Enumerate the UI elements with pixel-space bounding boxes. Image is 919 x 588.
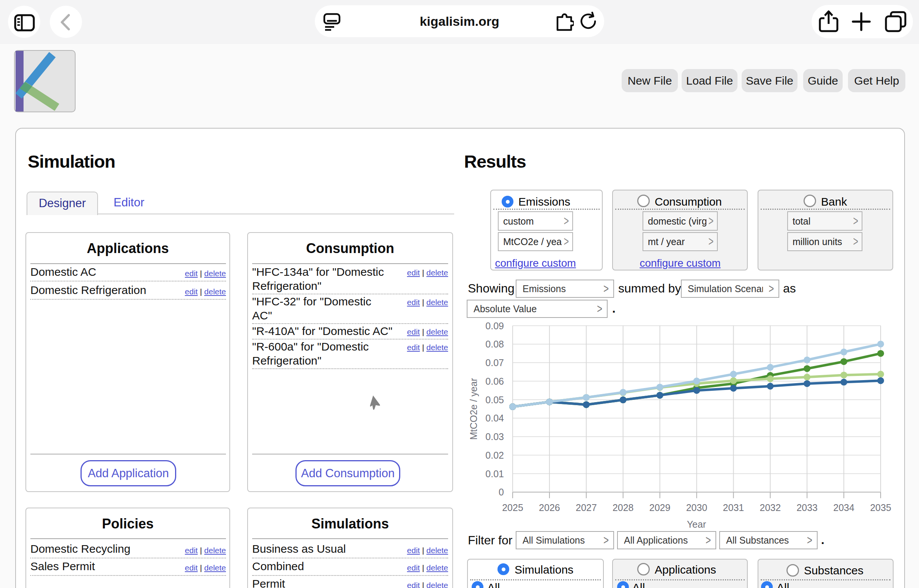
svg-text:2032: 2032 bbox=[760, 502, 781, 513]
svg-text:2030: 2030 bbox=[686, 502, 707, 513]
svg-text:2027: 2027 bbox=[576, 502, 597, 513]
svg-text:MtCO2e / year: MtCO2e / year bbox=[468, 378, 479, 440]
svg-text:2035: 2035 bbox=[870, 502, 891, 513]
svg-text:2029: 2029 bbox=[649, 502, 671, 513]
svg-text:0.08: 0.08 bbox=[485, 339, 504, 349]
svg-text:Year: Year bbox=[687, 519, 706, 530]
svg-text:0.05: 0.05 bbox=[485, 394, 504, 405]
svg-text:0.07: 0.07 bbox=[485, 357, 504, 368]
svg-text:2028: 2028 bbox=[613, 502, 634, 513]
svg-text:0: 0 bbox=[499, 487, 504, 498]
svg-text:0.09: 0.09 bbox=[485, 322, 504, 331]
svg-text:2025: 2025 bbox=[502, 502, 523, 513]
svg-text:0.03: 0.03 bbox=[485, 431, 504, 442]
svg-text:2031: 2031 bbox=[723, 502, 744, 513]
svg-text:2034: 2034 bbox=[833, 502, 854, 513]
svg-text:0.02: 0.02 bbox=[485, 450, 504, 460]
svg-text:0.04: 0.04 bbox=[485, 413, 504, 423]
svg-text:0.06: 0.06 bbox=[485, 376, 504, 386]
svg-text:2033: 2033 bbox=[796, 502, 818, 513]
svg-text:0.01: 0.01 bbox=[485, 468, 504, 479]
svg-text:2026: 2026 bbox=[539, 502, 560, 513]
